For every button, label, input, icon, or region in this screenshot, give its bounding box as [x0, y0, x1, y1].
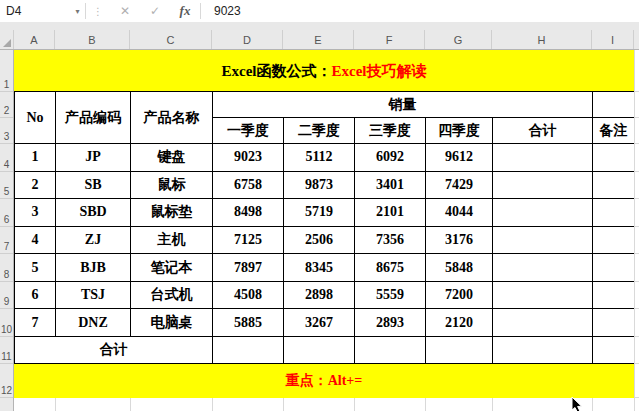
cell-q1[interactable]: 5885	[213, 309, 284, 337]
cell-q3[interactable]: 2101	[355, 199, 426, 227]
cell-q3[interactable]: 8675	[355, 254, 426, 282]
cell[interactable]	[593, 254, 635, 282]
cell-no[interactable]: 7	[15, 309, 56, 337]
cell-q2[interactable]: 2506	[284, 227, 355, 255]
cell-q3[interactable]: 7356	[355, 227, 426, 255]
cell[interactable]	[493, 337, 593, 364]
cell[interactable]	[284, 337, 355, 364]
cell-q1[interactable]: 8498	[213, 199, 284, 227]
cancel-button[interactable]: ✕	[110, 0, 140, 22]
column-header-A[interactable]: A	[14, 30, 55, 49]
cell-q2[interactable]: 9873	[284, 172, 355, 200]
cell-q4[interactable]: 7429	[426, 172, 493, 200]
row-header-5[interactable]: 5	[0, 172, 13, 200]
cell[interactable]	[493, 309, 593, 337]
cell-q3[interactable]: 5559	[355, 282, 426, 310]
cell[interactable]	[493, 227, 593, 255]
header-total[interactable]: 合计	[493, 118, 593, 144]
column-header-B[interactable]: B	[55, 30, 130, 49]
cell[interactable]	[593, 92, 635, 118]
row-header-12[interactable]: 12	[0, 364, 13, 398]
row-header-8[interactable]: 8	[0, 254, 13, 282]
cell-no[interactable]: 2	[15, 172, 56, 200]
cell[interactable]	[426, 337, 493, 364]
cell-q4[interactable]: 7200	[426, 282, 493, 310]
cell-q4[interactable]: 2120	[426, 309, 493, 337]
row-header-7[interactable]: 7	[0, 227, 13, 255]
cell-q4[interactable]: 9612	[426, 144, 493, 172]
row-header-3[interactable]: 3	[0, 118, 13, 144]
highlight-cell[interactable]: 重点：Alt+=	[14, 364, 634, 398]
column-header-J[interactable]	[634, 30, 639, 49]
cell[interactable]	[493, 282, 593, 310]
cell-no[interactable]: 5	[15, 254, 56, 282]
column-header-C[interactable]: C	[130, 30, 212, 49]
cell-code[interactable]: JP	[56, 144, 131, 172]
cell[interactable]	[593, 172, 635, 200]
column-header-F[interactable]: F	[354, 30, 425, 49]
cell-code[interactable]: SB	[56, 172, 131, 200]
cell-name[interactable]: 鼠标垫	[131, 199, 213, 227]
cell-q4[interactable]: 5848	[426, 254, 493, 282]
cell-q1[interactable]: 6758	[213, 172, 284, 200]
cell-no[interactable]: 3	[15, 199, 56, 227]
row-header-1[interactable]: 1	[0, 50, 13, 92]
cell[interactable]	[355, 337, 426, 364]
column-header-D[interactable]: D	[212, 30, 283, 49]
cell[interactable]	[593, 227, 635, 255]
row-header-13[interactable]	[0, 398, 13, 411]
cell-no[interactable]: 6	[15, 282, 56, 310]
cell-name[interactable]: 主机	[131, 227, 213, 255]
cell-q4[interactable]: 3176	[426, 227, 493, 255]
cell-no[interactable]: 4	[15, 227, 56, 255]
header-product-name[interactable]: 产品名称	[131, 92, 213, 144]
cell[interactable]	[593, 144, 635, 172]
cell-code[interactable]: TSJ	[56, 282, 131, 310]
column-header-E[interactable]: E	[283, 30, 354, 49]
cell[interactable]	[593, 282, 635, 310]
cell[interactable]	[493, 199, 593, 227]
cell-q2[interactable]: 5112	[284, 144, 355, 172]
cell[interactable]	[213, 337, 284, 364]
row-header-2[interactable]: 2	[0, 92, 13, 118]
cell[interactable]	[493, 254, 593, 282]
cell-q3[interactable]: 3401	[355, 172, 426, 200]
header-q4[interactable]: 四季度	[426, 118, 493, 144]
cell-q1[interactable]: 9023	[213, 144, 284, 172]
cell-name[interactable]: 电脑桌	[131, 309, 213, 337]
row-header-9[interactable]: 9	[0, 282, 13, 310]
formula-input[interactable]: 9023	[201, 0, 639, 22]
cell-q3[interactable]: 2893	[355, 309, 426, 337]
cell-q2[interactable]: 5719	[284, 199, 355, 227]
cell-q2[interactable]: 2898	[284, 282, 355, 310]
column-header-H[interactable]: H	[492, 30, 592, 49]
column-header-G[interactable]: G	[425, 30, 492, 49]
name-box-caret-icon[interactable]: ▾	[70, 7, 85, 16]
cell[interactable]	[593, 337, 635, 364]
cell-code[interactable]: BJB	[56, 254, 131, 282]
row-header-11[interactable]: 11	[0, 337, 13, 364]
cell-name[interactable]: 键盘	[131, 144, 213, 172]
cell-q1[interactable]: 7897	[213, 254, 284, 282]
cell-q1[interactable]: 7125	[213, 227, 284, 255]
column-header-I[interactable]: I	[592, 30, 634, 49]
title-cell[interactable]: Excel函数公式：Excel技巧解读	[14, 50, 634, 92]
row-header-4[interactable]: 4	[0, 144, 13, 172]
cell[interactable]	[593, 199, 635, 227]
header-sales[interactable]: 销量	[213, 92, 593, 118]
header-q3[interactable]: 三季度	[355, 118, 426, 144]
cell-code[interactable]: SBD	[56, 199, 131, 227]
header-remark[interactable]: 备注	[593, 118, 635, 144]
cell-code[interactable]: ZJ	[56, 227, 131, 255]
cell-name[interactable]: 鼠标	[131, 172, 213, 200]
cell-q2[interactable]: 8345	[284, 254, 355, 282]
cell-q1[interactable]: 4508	[213, 282, 284, 310]
header-q1[interactable]: 一季度	[213, 118, 284, 144]
name-box[interactable]: D4	[0, 0, 70, 22]
header-q2[interactable]: 二季度	[284, 118, 355, 144]
cell-code[interactable]: DNZ	[56, 309, 131, 337]
cell[interactable]	[593, 309, 635, 337]
cell-name[interactable]: 台式机	[131, 282, 213, 310]
cell-name[interactable]: 笔记本	[131, 254, 213, 282]
header-product-code[interactable]: 产品编码	[56, 92, 131, 144]
